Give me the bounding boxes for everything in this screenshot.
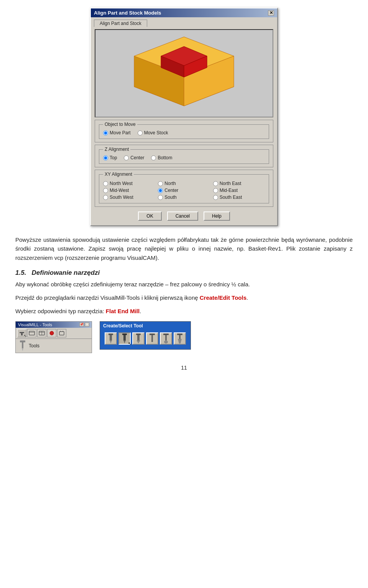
svg-rect-32 xyxy=(163,334,169,335)
z-bottom-label: Bottom xyxy=(158,155,172,160)
xy-northeast-radio[interactable] xyxy=(213,181,218,186)
preview-area xyxy=(95,29,273,117)
vm-tools-titlebar: VisualMILL - Tools 📌 ✕ xyxy=(16,322,92,328)
svg-rect-19 xyxy=(22,342,23,348)
cst-btn-1[interactable] xyxy=(105,332,117,345)
move-stock-option[interactable]: Move Stock xyxy=(138,130,168,135)
vm-tool-btn-3[interactable] xyxy=(37,329,46,337)
dialog-buttons: OK Cancel Help xyxy=(91,211,277,221)
xy-northeast-option[interactable]: North East xyxy=(213,181,265,186)
cst-toolbar: ↖ xyxy=(103,331,187,348)
xy-south-label: South xyxy=(164,195,176,200)
vm-toolbar: ↖ xyxy=(16,328,92,339)
xy-southeast-option[interactable]: South East xyxy=(213,195,265,200)
z-top-option[interactable]: Top xyxy=(103,155,117,160)
z-top-radio[interactable] xyxy=(103,155,108,160)
xy-south-option[interactable]: South xyxy=(158,195,210,200)
section-title: Definiowanie narzędzi xyxy=(32,269,100,276)
align-part-stock-dialog: Align Part and Stock Models ✕ Align Part… xyxy=(90,8,278,226)
ok-button[interactable]: OK xyxy=(138,211,161,221)
z-alignment-options: Top Center Bottom xyxy=(103,155,265,160)
cancel-button[interactable]: Cancel xyxy=(167,211,198,221)
z-bottom-radio[interactable] xyxy=(151,155,156,160)
help-button[interactable]: Help xyxy=(204,211,230,221)
svg-point-14 xyxy=(50,331,54,335)
vm-tool-btn-1[interactable]: ↖ xyxy=(17,329,26,337)
svg-rect-18 xyxy=(20,340,25,342)
svg-marker-23 xyxy=(110,340,112,344)
xy-southwest-label: South West xyxy=(110,195,133,200)
svg-marker-29 xyxy=(136,340,140,344)
move-stock-label: Move Stock xyxy=(144,130,168,135)
z-bottom-option[interactable]: Bottom xyxy=(151,155,172,160)
vm-tool-btn-4[interactable] xyxy=(47,329,56,337)
vm-close-button[interactable]: ✕ xyxy=(85,322,89,327)
svg-rect-35 xyxy=(177,334,182,335)
xy-south-radio[interactable] xyxy=(158,195,163,200)
3d-box-visualization xyxy=(127,33,242,114)
paragraph-3-before: Przejdź do przeglądarki narzędzi VisualM… xyxy=(15,294,200,301)
svg-rect-27 xyxy=(136,334,141,335)
object-to-move-legend: Object to Move xyxy=(103,122,137,127)
xy-alignment-legend: XY Alignment xyxy=(103,172,134,177)
svg-rect-21 xyxy=(108,334,113,335)
create-select-tool-panel: Create/Select Tool ↖ xyxy=(100,321,191,350)
move-part-option[interactable]: Move Part xyxy=(103,130,131,135)
svg-point-34 xyxy=(164,340,168,344)
xy-mideast-option[interactable]: Mid-East xyxy=(213,188,265,193)
xy-midwset-radio[interactable] xyxy=(103,188,108,193)
xy-northeast-label: North East xyxy=(220,181,242,186)
dialog-wrapper: Align Part and Stock Models ✕ Align Part… xyxy=(15,8,353,226)
xy-southwest-option[interactable]: South West xyxy=(103,195,155,200)
paragraph-2: Aby wykonać obróbkę części zdefiniujemy … xyxy=(15,280,353,289)
xy-alignment-section: XY Alignment North West North North East xyxy=(95,170,273,207)
flat-end-mill-highlight: Flat End Mill xyxy=(106,308,140,314)
dialog-tab-bar: Align Part and Stock xyxy=(91,17,277,27)
xy-southeast-radio[interactable] xyxy=(213,195,218,200)
xy-midwest-label: Mid-West xyxy=(110,188,129,193)
paragraph-1: Powyższe ustawienia spowodują ustawienie… xyxy=(15,235,353,262)
xy-southwest-radio[interactable] xyxy=(103,195,108,200)
vm-body: Tools xyxy=(16,339,92,353)
xy-mideast-label: Mid-East xyxy=(220,188,238,193)
page-number: 11 xyxy=(15,365,353,371)
z-center-option[interactable]: Center xyxy=(124,155,144,160)
cst-btn-3[interactable] xyxy=(132,332,145,345)
xy-mideast-radio[interactable] xyxy=(213,188,218,193)
paragraph-4: Wybierz odpowiedni typ narzędzia: Flat E… xyxy=(15,307,353,315)
xy-north-radio[interactable] xyxy=(158,181,163,186)
svg-rect-36 xyxy=(179,335,181,339)
xy-center-option[interactable]: Center xyxy=(158,188,210,193)
svg-rect-24 xyxy=(122,334,127,335)
move-stock-radio[interactable] xyxy=(138,130,143,135)
cst-btn-4[interactable] xyxy=(146,332,158,345)
svg-rect-33 xyxy=(165,335,167,340)
dialog-titlebar: Align Part and Stock Models ✕ xyxy=(91,8,277,17)
xy-center-radio[interactable] xyxy=(158,188,163,193)
svg-rect-31 xyxy=(151,335,153,342)
z-top-label: Top xyxy=(110,155,117,160)
dialog-tab-align[interactable]: Align Part and Stock xyxy=(94,20,147,27)
z-center-radio[interactable] xyxy=(124,155,129,160)
tool-panels-container: VisualMILL - Tools 📌 ✕ ↖ xyxy=(15,321,353,353)
dialog-title: Align Part and Stock Models xyxy=(94,10,161,16)
xy-alignment-grid: North West North North East Mid-West xyxy=(103,181,265,200)
xy-northwest-option[interactable]: North West xyxy=(103,181,155,186)
xy-north-option[interactable]: North xyxy=(158,181,210,186)
dialog-close-button[interactable]: ✕ xyxy=(268,10,274,16)
vm-title-buttons: 📌 ✕ xyxy=(79,322,89,327)
svg-marker-20 xyxy=(22,348,23,351)
cst-btn-5[interactable] xyxy=(160,332,172,345)
vm-tool-btn-5[interactable] xyxy=(57,329,66,337)
xy-midwest-option[interactable]: Mid-West xyxy=(103,188,155,193)
xy-northwest-radio[interactable] xyxy=(103,181,108,186)
svg-rect-28 xyxy=(137,335,140,340)
cst-btn-2[interactable]: ↖ xyxy=(118,332,131,345)
vm-tool-btn-2[interactable] xyxy=(27,329,36,337)
vm-pin-button[interactable]: 📌 xyxy=(79,322,84,327)
move-part-radio[interactable] xyxy=(103,130,108,135)
object-to-move-options: Move Part Move Stock xyxy=(103,130,265,135)
paragraph-4-before: Wybierz odpowiedni typ narzędzia: xyxy=(15,308,106,314)
svg-marker-26 xyxy=(123,340,126,344)
cst-btn-6[interactable] xyxy=(174,332,186,345)
